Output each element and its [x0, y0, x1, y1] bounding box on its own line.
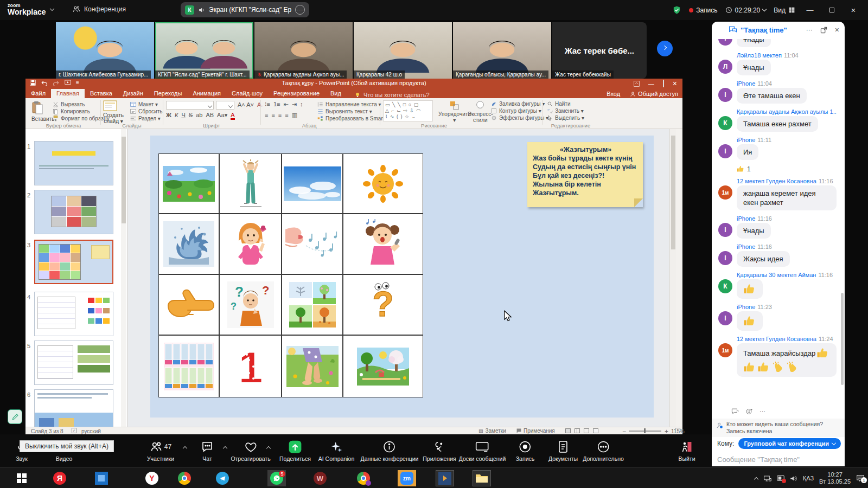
taskbar-app-photos[interactable]	[92, 470, 111, 486]
taskbar-app-start[interactable]	[12, 470, 31, 486]
paste-button[interactable]: Вставить	[31, 101, 54, 122]
close-button[interactable]: ×	[846, 5, 860, 16]
copy-button[interactable]: Копировать	[53, 108, 90, 114]
grid-cell-pointing-hand[interactable]	[158, 274, 219, 335]
slide-thumbnail-5[interactable]	[34, 341, 113, 385]
paragraph-align-buttons[interactable]: ≡≡≡≡▥	[265, 112, 301, 119]
sticky-note[interactable]: «Жазғытұрым» Жаз бойы тұрады көкте күнің…	[527, 142, 643, 207]
customize-qat-icon[interactable]: ≡	[76, 80, 79, 86]
slide-thumbnail-3[interactable]	[34, 240, 113, 284]
shape-effects-button[interactable]: Эффекты фигуры ▾	[491, 115, 548, 121]
slides-panel-scrollbar[interactable]	[121, 129, 126, 427]
taskbar-app-explorer[interactable]	[473, 470, 491, 486]
new-slide-button[interactable]: Создатьслайд ▾	[103, 100, 124, 124]
app-notification-icon[interactable]	[777, 475, 784, 482]
font-style-buttons[interactable]: ЖКЧSabАВАа▾А	[166, 112, 238, 119]
grid-cell-smiling-sun[interactable]	[343, 153, 423, 214]
video-tile[interactable]: Қарқаралы 42 ш.о	[354, 22, 452, 79]
tell-me-box[interactable]: Что вы хотите сделать?	[347, 92, 430, 98]
add-reaction-icon[interactable]	[745, 408, 753, 415]
taskbar-app-yandex-browser[interactable]: Y	[143, 470, 161, 486]
tab-conference[interactable]: Конференция	[72, 5, 126, 14]
chat-close-icon[interactable]: ×	[835, 25, 839, 34]
shared-screen-pill[interactable]: К Экран (КГКП "Ясли-сад" Ер ···	[181, 2, 309, 17]
video-tile[interactable]: КГКП "Ясли-сад" Еркетай" г. Шахт...	[155, 22, 253, 79]
save-icon[interactable]	[30, 80, 36, 86]
grid-cell-four-seasons[interactable]	[282, 274, 343, 335]
language-switcher[interactable]: ҚАЗ	[803, 475, 814, 481]
arrange-button[interactable]: Упорядочить▾	[438, 100, 471, 123]
leave-toolbar-button[interactable]: Выйти	[678, 440, 695, 462]
gallery-next-button[interactable]	[657, 41, 673, 56]
reply-icon[interactable]	[731, 408, 739, 415]
minimize-button[interactable]: —	[803, 5, 817, 16]
slide-thumbnail-4[interactable]	[34, 292, 113, 336]
shapes-gallery[interactable]: ▭ ╲ ╲ □ ○ ▢△ ⌐ ⌙ ⇨ ⇩ ◠⌇ ∿ ( ) ☆ ⌄	[383, 100, 433, 121]
share-button[interactable]: Общий доступ	[630, 91, 678, 97]
chat-input[interactable]: Сообщение "Тақпақ time"	[717, 455, 800, 464]
notification-center-icon[interactable]: 1	[856, 474, 865, 482]
taskbar-clock[interactable]: 10:27 Вт 13.05.25	[819, 471, 851, 485]
react-toolbar-button[interactable]: Отреагировать	[231, 440, 270, 462]
grid-cell-spring-meadow[interactable]	[158, 153, 219, 214]
undo-icon[interactable]	[41, 80, 48, 86]
chevron-up-icon[interactable]	[183, 446, 187, 451]
info-toolbar-button[interactable]: Данные конференции	[361, 440, 419, 462]
tab-дизайн[interactable]: Дизайн	[118, 89, 149, 98]
more-toolbar-button[interactable]: Дополнительно	[583, 440, 624, 462]
slide-canvas[interactable]: ????1 «Жазғытұрым» Жаз бойы тұрады көкте…	[150, 136, 654, 418]
ppt-close-button[interactable]: ×	[673, 79, 677, 88]
grid-cell-feet-on-grass[interactable]	[282, 335, 343, 397]
slide-thumbnail-1[interactable]	[34, 141, 113, 185]
grid-cell-spring-landscape[interactable]	[343, 335, 423, 397]
grid-cell-thinking-boy-questions[interactable]: ???	[219, 274, 282, 335]
recipient-selector[interactable]: Групповой чат конференции	[738, 438, 841, 449]
ppt-restore-button[interactable]	[663, 80, 664, 87]
tab-вставка[interactable]: Вставка	[85, 89, 118, 98]
editor-scrollbar[interactable]	[669, 129, 676, 427]
tab-слайд-шоу[interactable]: Слайд-шоу	[226, 89, 268, 98]
chevron-up-icon[interactable]	[223, 446, 227, 451]
view-switcher[interactable]	[565, 428, 598, 433]
share-toolbar-button[interactable]: Поделиться	[279, 440, 311, 462]
more-options-icon[interactable]: ···	[295, 5, 305, 15]
grid-cell-girl-singing-microphone[interactable]	[343, 214, 423, 274]
grid-cell-blue-sky[interactable]	[282, 153, 343, 214]
taskbar-app-whatsapp[interactable]: 5	[267, 470, 286, 486]
language-indicator[interactable]: русский	[81, 428, 101, 434]
replace-button[interactable]: Заменить ▾	[547, 108, 584, 114]
docs-toolbar-button[interactable]: Документы	[548, 440, 578, 462]
tab-вид[interactable]: Вид	[325, 89, 347, 98]
annotation-pencil-tool[interactable]	[8, 409, 22, 424]
apps-toolbar-button[interactable]: Приложения	[423, 440, 456, 462]
paragraph-list-buttons[interactable]: ⁝≡1≡⇤⇥↕	[265, 101, 306, 108]
ppt-minimize-button[interactable]: —	[648, 80, 654, 87]
network-icon[interactable]	[763, 475, 771, 482]
ai-toolbar-button[interactable]: AI Companion	[318, 440, 355, 462]
align-text-button[interactable]: Выровнять текст ▾	[317, 108, 372, 114]
grid-cell-number-one[interactable]: 1	[219, 335, 282, 397]
slide-thumbnail-2[interactable]	[34, 190, 113, 234]
taskbar-app-chrome-2[interactable]	[354, 470, 373, 486]
quick-styles-button[interactable]: Экспресс-стили	[468, 100, 493, 123]
video-tile-no-camera[interactable]: Жас терек бөбе...Жас терек бөбекжайы	[552, 22, 647, 79]
redo-icon[interactable]	[53, 80, 60, 86]
meeting-timer[interactable]: 02:29:20	[725, 7, 767, 14]
tab-рецензирование[interactable]: Рецензирование	[268, 89, 325, 98]
chat-toolbar-button[interactable]: Чат	[201, 440, 214, 462]
reset-button[interactable]: Сбросить	[130, 108, 162, 114]
find-button[interactable]: Найти	[547, 101, 571, 107]
restore-button[interactable]	[825, 5, 839, 16]
zoom-slider-thumb[interactable]	[644, 428, 646, 433]
slideshow-icon[interactable]	[65, 80, 71, 86]
fit-slide-icon[interactable]	[675, 428, 680, 433]
ribbon-options-icon[interactable]	[634, 81, 640, 87]
grid-cell-water-splash[interactable]	[158, 214, 219, 274]
view-button[interactable]: Вид	[774, 7, 795, 14]
chat-more-icon[interactable]: ···	[806, 26, 813, 34]
font-size-select[interactable]	[216, 101, 234, 110]
taskbar-app-films[interactable]	[436, 470, 454, 486]
grid-cell-blowing-mouth-notes[interactable]	[282, 214, 343, 274]
grid-cell-listening-girl[interactable]	[219, 214, 282, 274]
grid-cell-month-cards[interactable]	[158, 335, 219, 397]
